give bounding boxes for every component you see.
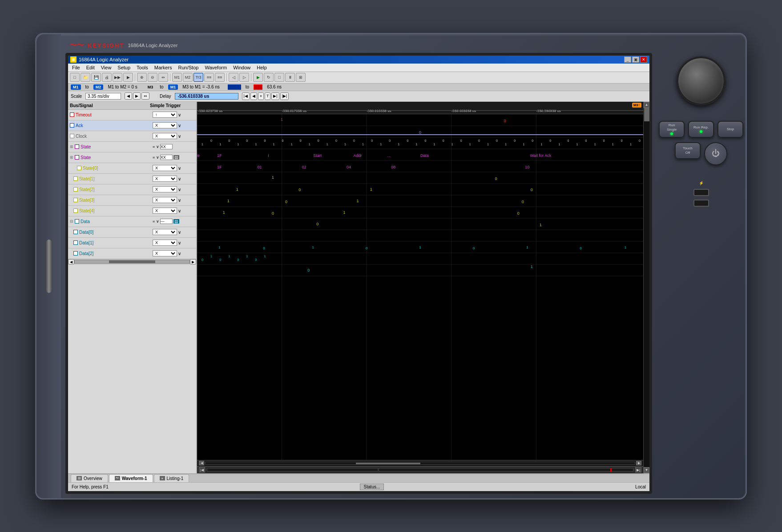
hscroll-left[interactable]: ◀ [199, 461, 204, 465]
usb-port-1[interactable] [693, 189, 709, 196]
expand-data[interactable]: ⊟ [70, 219, 73, 224]
delay-prev-btn[interactable]: |◀ [242, 92, 250, 100]
menu-setup[interactable]: Setup [115, 64, 133, 71]
tab-waveform[interactable]: 〜 Waveform-1 [109, 474, 153, 482]
signal-trigger-data[interactable]: = ∨ ▤ [152, 218, 196, 224]
nav-start-btn[interactable]: |◀ [199, 467, 205, 472]
tb-new[interactable]: □ [70, 73, 80, 82]
tb-print[interactable]: 🖨 [102, 73, 112, 82]
signal-trigger-state1b[interactable]: X ∨ [152, 175, 196, 182]
close-button[interactable]: ✕ [640, 56, 647, 63]
menu-view[interactable]: View [98, 64, 114, 71]
tb-marker5[interactable]: ≡≡ [215, 73, 225, 82]
run-single-button[interactable]: RunSingle [659, 121, 685, 138]
minimize-button[interactable]: _ [624, 56, 631, 63]
menu-runstop[interactable]: Run/Stop [176, 64, 202, 71]
usb-port-2[interactable] [693, 200, 709, 207]
menu-help[interactable]: Help [254, 64, 270, 71]
tb-marker4[interactable]: ≡≡ [204, 73, 214, 82]
trigger-select-data2[interactable]: X [153, 250, 177, 256]
tb-zoom-out[interactable]: ⊖ [148, 73, 157, 82]
tb-run1[interactable]: ▶▶ [113, 73, 122, 82]
trigger-select-state2b[interactable]: X [153, 186, 177, 192]
trigger-select-data0[interactable]: X [153, 229, 177, 235]
tb-run2[interactable]: ▶ [123, 73, 133, 82]
tb-save[interactable]: 💾 [91, 73, 101, 82]
sig-scroll-left[interactable]: ◀ [68, 259, 74, 264]
delay-input[interactable] [175, 93, 238, 100]
tb-stop2[interactable]: □ [274, 73, 284, 82]
tb-zoom-in[interactable]: ⊕ [137, 73, 147, 82]
trigger-select-timeout[interactable]: ↑ [153, 112, 177, 118]
nav-end-btn[interactable]: ▶| [635, 467, 641, 472]
signal-trigger-state2b[interactable]: X ∨ [152, 186, 196, 193]
tb-align-left[interactable]: ◁ [229, 73, 238, 82]
state1-trigger-input[interactable] [160, 144, 173, 149]
signal-trigger-data2[interactable]: X ∨ [152, 250, 196, 257]
h-scrollbar[interactable]: ◀ ▶ [197, 460, 643, 466]
tb-align-right[interactable]: ▷ [239, 73, 249, 82]
data-trigger-input[interactable] [160, 219, 173, 224]
state2-trigger-input[interactable] [160, 155, 173, 160]
tb-marker1[interactable]: M1 [172, 73, 182, 82]
tb-play[interactable]: ▶ [253, 73, 263, 82]
scale-fit-btn[interactable]: ⇔ [141, 92, 149, 100]
title-bar-buttons[interactable]: _ ▣ ✕ [624, 56, 647, 63]
signal-scrollbar[interactable]: ◀ ▶ [68, 259, 196, 264]
trigger-select-state1b[interactable]: X [153, 176, 177, 182]
signal-trigger-state1[interactable]: = ∨ [152, 144, 196, 150]
menu-file[interactable]: File [69, 64, 83, 71]
signal-trigger-state4[interactable]: X ∨ [152, 207, 196, 214]
tb-marker2[interactable]: M2 [183, 73, 193, 82]
tab-overview[interactable]: ▤ Overview [71, 474, 108, 482]
menu-tools[interactable]: Tools [134, 64, 151, 71]
vscroll-up[interactable]: ▲ [644, 102, 649, 108]
signal-trigger-clock[interactable]: X ∨ [152, 132, 196, 140]
signal-trigger-state2[interactable]: = ∨ ▤ [152, 154, 196, 160]
nav-track[interactable] [207, 468, 633, 472]
restore-button[interactable]: ▣ [632, 56, 639, 63]
scale-input[interactable] [85, 93, 121, 100]
power-button[interactable]: ⏻ [704, 142, 727, 165]
tb-trigger[interactable]: ⊞ [296, 73, 306, 82]
sig-scroll-right[interactable]: ▶ [190, 259, 196, 264]
delay-start-btn[interactable]: ◀ [250, 92, 257, 100]
scale-inc-btn[interactable]: ▶ [133, 92, 141, 100]
touch-off-button[interactable]: TouchOff [675, 142, 701, 159]
signal-trigger-data0[interactable]: X ∨ [152, 228, 196, 236]
signal-trigger-timeout[interactable]: ↑ ∨ [152, 111, 196, 118]
vscroll-track[interactable] [644, 108, 649, 467]
menu-waveform[interactable]: Waveform [202, 64, 230, 71]
signal-trigger-ack[interactable]: X ∨ [152, 122, 196, 129]
stop-button[interactable]: Stop [718, 121, 743, 138]
run-rep-button[interactable]: Run Rep. [688, 121, 714, 138]
hscroll-track[interactable] [205, 462, 635, 464]
trigger-select-state0[interactable]: X [153, 165, 177, 171]
trigger-select-state4[interactable]: X [153, 208, 177, 214]
expand-state1[interactable]: ⊞ [70, 144, 73, 149]
vscroll-down[interactable]: ▼ [644, 467, 649, 473]
trigger-select-clock[interactable]: X [153, 133, 177, 139]
signal-trigger-state3[interactable]: X ∨ [152, 196, 196, 204]
menu-markers[interactable]: Markers [152, 64, 175, 71]
delay-T-btn[interactable]: T [265, 92, 271, 100]
hscroll-right[interactable]: ▶ [636, 461, 641, 465]
trigger-select-ack[interactable]: X [153, 122, 177, 128]
delay-last-btn[interactable]: |▶| [280, 92, 289, 100]
trigger-select-state3[interactable]: X [153, 197, 177, 203]
status-button[interactable]: Status... [360, 484, 384, 490]
signal-trigger-data1[interactable]: X ∨ [152, 239, 196, 246]
main-knob[interactable] [677, 56, 726, 105]
delay-mark-btn[interactable]: ⌖ [258, 92, 264, 100]
tb-pause[interactable]: ⏸ [285, 73, 295, 82]
tb-open[interactable]: 📁 [81, 73, 90, 82]
signal-trigger-state0[interactable]: X ∨ [152, 164, 196, 172]
tb-marker3[interactable]: Tr3 [193, 73, 203, 82]
tb-repeat[interactable]: ↻ [264, 73, 274, 82]
tb-fit[interactable]: ⇔ [158, 73, 168, 82]
trigger-select-data1[interactable]: X [153, 240, 177, 246]
tab-listing[interactable]: ≡ Listing-1 [154, 474, 189, 482]
scale-dec-btn[interactable]: ◀ [125, 92, 132, 100]
expand-state2[interactable]: ⊞ [70, 155, 73, 160]
sig-scroll-track[interactable] [74, 260, 190, 264]
